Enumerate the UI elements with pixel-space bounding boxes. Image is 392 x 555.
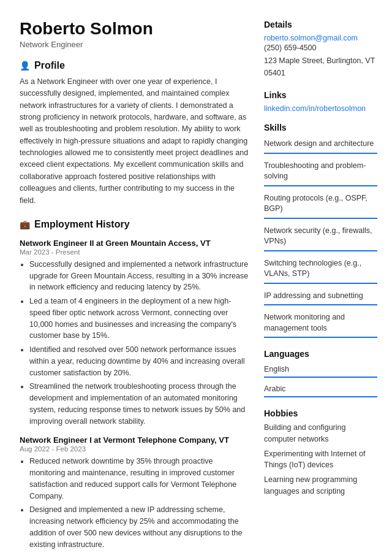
bullet-item: Successfully designed and implemented a … bbox=[29, 259, 249, 293]
job-item: Network Engineer II at Green Mountain Ac… bbox=[20, 239, 249, 427]
hobby-item: Learning new programming languages and s… bbox=[264, 474, 377, 497]
job-date-1: Mar 2023 - Present bbox=[20, 248, 249, 256]
bullet-item: Streamlined the network troubleshooting … bbox=[29, 381, 249, 427]
language-item: Arabic bbox=[264, 382, 377, 397]
job-title-1: Network Engineer II at Green Mountain Ac… bbox=[20, 239, 249, 248]
job-bullets-1: Successfully designed and implemented a … bbox=[20, 259, 249, 427]
job-list: Network Engineer II at Green Mountain Ac… bbox=[20, 239, 249, 555]
hobbies-section-header: Hobbies bbox=[264, 408, 377, 418]
bullet-item: Identified and resolved over 500 network… bbox=[29, 344, 249, 378]
skill-item: Switching technologies (e.g., VLANs, STP… bbox=[264, 256, 377, 284]
hobby-list: Building and configuring computer networ… bbox=[264, 422, 377, 497]
hobby-item: Building and configuring computer networ… bbox=[264, 422, 377, 445]
bullet-item: Designed and implemented a new IP addres… bbox=[29, 504, 249, 550]
job-bullets-2: Reduced network downtime by 35% through … bbox=[20, 456, 249, 555]
skill-item: Network security (e.g., firewalls, VPNs) bbox=[264, 223, 377, 251]
languages-section-header: Languages bbox=[264, 349, 377, 359]
linkedin-link[interactable]: linkedin.com/in/robertosolmon bbox=[264, 104, 366, 113]
skill-item: IP addressing and subnetting bbox=[264, 288, 377, 306]
email-link[interactable]: roberto.solmon@gmail.com bbox=[264, 34, 358, 42]
bullet-item: Successfully upgraded the entire network… bbox=[29, 553, 249, 555]
language-list: English Arabic bbox=[264, 362, 377, 397]
language-item: English bbox=[264, 362, 377, 378]
skill-item: Troubleshooting and problem-solving bbox=[264, 158, 377, 186]
candidate-title: Network Engineer bbox=[20, 40, 249, 49]
skill-list: Network design and architecture Troubles… bbox=[264, 136, 377, 338]
profile-icon: 👤 bbox=[20, 61, 30, 71]
left-column: Roberto Solmon Network Engineer 👤 Profil… bbox=[20, 20, 249, 555]
phone: (250) 659-4500 bbox=[264, 42, 377, 54]
profile-section-header: 👤 Profile bbox=[20, 60, 249, 71]
job-title-2: Network Engineer I at Vermont Telephone … bbox=[20, 435, 249, 445]
profile-text: As a Network Engineer with over one year… bbox=[20, 76, 249, 207]
candidate-name: Roberto Solmon bbox=[20, 20, 249, 39]
right-column: Details roberto.solmon@gmail.com (250) 6… bbox=[264, 20, 377, 555]
job-item: Network Engineer I at Vermont Telephone … bbox=[20, 435, 249, 555]
job-date-2: Aug 2022 - Feb 2023 bbox=[20, 445, 249, 453]
hobby-item: Experimenting with Internet of Things (I… bbox=[264, 448, 377, 472]
skills-section-header: Skills bbox=[264, 123, 377, 132]
skill-item: Routing protocols (e.g., OSPF, BGP) bbox=[264, 191, 377, 219]
bullet-item: Reduced network downtime by 35% through … bbox=[29, 456, 249, 502]
employment-section-header: 💼 Employment History bbox=[20, 219, 249, 230]
links-section-header: Links bbox=[264, 90, 377, 100]
skill-item: Network monitoring and management tools bbox=[264, 310, 377, 338]
details-section-header: Details bbox=[264, 20, 377, 29]
address: 123 Maple Street, Burlington, VT 05401 bbox=[264, 55, 377, 79]
bullet-item: Led a team of 4 engineers in the deploym… bbox=[29, 296, 249, 342]
skill-item: Network design and architecture bbox=[264, 136, 377, 154]
employment-icon: 💼 bbox=[20, 220, 30, 229]
